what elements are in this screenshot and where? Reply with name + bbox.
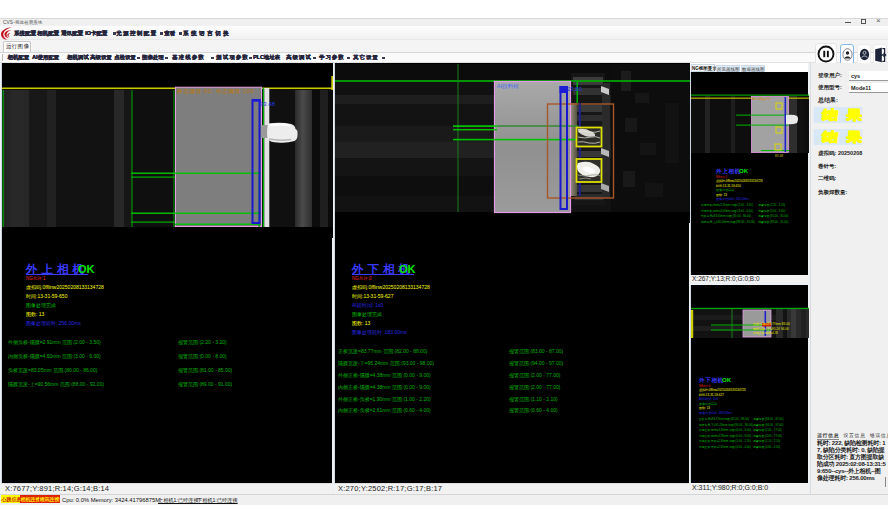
svg-text:报警范围:(2.20 - 3.20): 报警范围:(2.20 - 3.20) [758,203,785,207]
svg-text:NG允许:1: NG允许:1 [716,175,728,179]
svg-text:图像处理完成: 图像处理完成 [699,402,717,406]
svg-text:内侧正极-隔膜=4.38mm 范围:(0.00 - 9.00: 内侧正极-隔膜=4.38mm 范围:(0.00 - 9.00) [699,434,751,438]
svg-text:负极宽度=83.05mm 范围:(80.00 - 86.00: 负极宽度=83.05mm 范围:(80.00 - 86.00) [701,214,751,218]
svg-text:图像处理完成: 图像处理完成 [716,188,734,192]
svg-text:83.48: 83.48 [775,154,783,158]
svg-text:外侧正极-隔膜=4.38mm 范围:(0.00 - 9.00: 外侧正极-隔膜=4.38mm 范围:(0.00 - 9.00) [699,428,751,432]
svg-text:报警范围:(0.00 - 8.00): 报警范围:(0.00 - 8.00) [758,209,785,213]
svg-text:图像处理耗时: 183.00ms: 图像处理耗时: 183.00ms [699,411,732,415]
svg-text:时间:13-31-59-650: 时间:13-31-59-650 [716,184,741,188]
svg-text:图数: 13: 图数: 13 [699,406,710,410]
svg-text:内侧正极-负极=2.61mm 范围:(0.60 - 4.00: 内侧正极-负极=2.61mm 范围:(0.60 - 4.00) [699,445,751,449]
svg-text:正极宽度=83.77mm 83.00: 正极宽度=83.77mm 83.00 [753,322,790,326]
svg-text:图像处理耗时: 256.00ms: 图像处理耗时: 256.00ms [716,197,749,201]
svg-text:报警范围:(0.60 - 4.00): 报警范围:(0.60 - 4.00) [753,445,780,449]
svg-text:报警范围:(83.00 - 87.00): 报警范围:(83.00 - 87.00) [753,417,783,421]
svg-text:虚拟码:0fflinw20250208133134728: 虚拟码:0fflinw20250208133134728 [716,179,763,183]
svg-text:外侧负极-隔膜=2.91mm 范围:(2.00 - 3.50: 外侧负极-隔膜=2.91mm 范围:(2.00 - 3.50) [701,203,753,207]
svg-text:外下相机: 外下相机 [698,377,724,384]
svg-text:OK: OK [722,377,732,383]
svg-text:AI耗时(s): 1s0: AI耗时(s): 1s0 [699,397,718,401]
svg-text:内侧负极-隔膜=4.60mm 范围:(3.00 - 6.00: 内侧负极-隔膜=4.60mm 范围:(3.00 - 6.00) [701,209,753,213]
svg-text:NG允许:0: NG允许:0 [699,384,711,388]
svg-text:图数: 13: 图数: 13 [716,193,727,197]
svg-text:报警范围:(94.00 - 97.00): 报警范围:(94.00 - 97.00) [753,423,783,427]
svg-text:外侧正极-负极=1.90mm 范围:(1.00 - 2.20: 外侧正极-负极=1.90mm 范围:(1.00 - 2.20) [699,439,751,443]
svg-text:虚拟码:0fflinw20250208133134728: 虚拟码:0fflinw20250208133134728 [699,388,746,392]
svg-text:静态阈值:93: 静态阈值:93 [752,97,770,101]
svg-text:外侧正极-隔膜=4.38: 外侧正极-隔膜=4.38 [753,331,778,335]
svg-text:外上相机: 外上相机 [715,168,741,175]
svg-text:隔膜宽度-上=90.56mm 范围:(88.00 - 92.: 隔膜宽度-上=90.56mm 范围:(88.00 - 92.00) [701,220,755,224]
svg-text:时间:13-31-59-627: 时间:13-31-59-627 [699,393,724,397]
svg-text:隔膜宽度-下=95.24mm 范围:(93.00 - 98.: 隔膜宽度-下=95.24mm 范围:(93.00 - 98.00) [699,423,753,427]
svg-text:报警范围:(89.00 - 91.00): 报警范围:(89.00 - 91.00) [758,220,788,224]
svg-text:正极宽度=83.77mm 范围:(82.00 - 88.00: 正极宽度=83.77mm 范围:(82.00 - 88.00) [699,417,749,421]
svg-text:报警范围:(2.00 - 77.00): 报警范围:(2.00 - 77.00) [753,434,782,438]
svg-text:报警范围:(2.00 - 77.00): 报警范围:(2.00 - 77.00) [753,428,782,432]
svg-text:OK: OK [739,168,749,174]
svg-text:报警范围:(1.10 - 2.10): 报警范围:(1.10 - 2.10) [753,439,780,443]
svg-text:报警范围:(81.00 - 85.00): 报警范围:(81.00 - 85.00) [758,214,788,218]
